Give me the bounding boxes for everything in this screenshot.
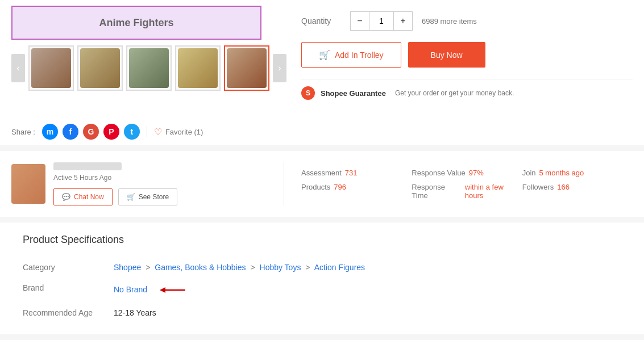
seller-info: Active 5 Hours Ago 💬 Chat Now 🛒 See Stor… <box>11 162 284 205</box>
add-trolley-label: Add In Trolley <box>335 51 384 60</box>
quantity-decrease-btn[interactable]: − <box>351 12 369 30</box>
no-brand-link[interactable]: No Brand <box>114 285 147 294</box>
brand-label: Brand <box>23 283 114 292</box>
seller-stats: Assessment 731 Response Value 97% Join 5… <box>301 169 633 200</box>
thumbnails-row: ‹ › <box>11 45 290 91</box>
red-arrow-svg <box>160 283 188 297</box>
response-time-value: within a few hours <box>465 183 522 200</box>
buy-now-label: Buy Now <box>431 51 463 60</box>
more-items-text: 6989 more items <box>422 17 477 26</box>
svg-marker-1 <box>160 287 165 293</box>
quantity-input[interactable] <box>369 12 394 30</box>
red-arrow-indicator <box>155 283 188 297</box>
see-store-button[interactable]: 🛒 See Store <box>118 188 177 205</box>
response-value-label: Response Value <box>412 169 465 177</box>
breadcrumb-action-figures[interactable]: Action Figures <box>314 263 365 272</box>
thumbnail-5[interactable] <box>224 45 269 91</box>
avatar-image <box>11 164 45 204</box>
pinterest-share-btn[interactable]: P <box>103 124 119 140</box>
quantity-row: Quantity − + 6989 more items <box>301 11 633 31</box>
followers-value: 166 <box>557 183 570 191</box>
breadcrumb-hobby-toys[interactable]: Hobby Toys <box>260 263 301 272</box>
twitter-share-btn[interactable]: t <box>124 124 140 140</box>
seller-section: Active 5 Hours Ago 💬 Chat Now 🛒 See Stor… <box>0 151 644 217</box>
stat-join: Join 5 months ago <box>522 169 633 177</box>
chat-btn-label: Chat Now <box>74 193 104 201</box>
messenger-share-btn[interactable]: m <box>42 124 58 140</box>
thumbnail-1[interactable] <box>28 45 74 91</box>
thumbnail-4[interactable] <box>175 45 221 91</box>
recommended-age-value: 12-18 Years <box>114 308 621 317</box>
seller-buttons: 💬 Chat Now 🛒 See Store <box>53 188 267 205</box>
action-buttons: 🛒 Add In Trolley Buy Now <box>301 42 633 68</box>
chat-icon: 💬 <box>62 193 70 201</box>
join-value: 5 months ago <box>539 169 584 177</box>
join-label: Join <box>522 169 536 177</box>
seller-active-status: Active 5 Hours Ago <box>53 174 267 182</box>
share-divider <box>147 126 147 137</box>
products-label: Products <box>301 183 330 191</box>
specs-title: Product Specifications <box>23 234 621 246</box>
guarantee-description: Get your order or get your money back. <box>395 89 514 97</box>
assessment-label: Assessment <box>301 169 342 177</box>
quantity-label: Quantity <box>301 16 341 26</box>
chat-now-button[interactable]: 💬 Chat Now <box>53 188 113 205</box>
google-share-btn[interactable]: G <box>83 124 99 140</box>
thumb-next-btn[interactable]: › <box>273 54 286 82</box>
stat-response-time: Response Time within a few hours <box>412 183 522 200</box>
cart-icon: 🛒 <box>319 49 330 60</box>
specs-section: Product Specifications Category Shopee >… <box>0 223 644 334</box>
recommended-age-label: Recommended Age <box>23 308 114 317</box>
category-label: Category <box>23 263 114 272</box>
breadcrumb-sep-2: > <box>250 263 255 272</box>
response-time-label: Response Time <box>412 183 462 200</box>
social-icons: m f G P t <box>42 124 140 140</box>
quantity-controls: − + <box>350 11 413 31</box>
spec-row-age: Recommended Age 12-18 Years <box>23 303 621 323</box>
spec-row-brand: Brand No Brand <box>23 278 621 303</box>
main-image: Anime Fighters <box>11 6 261 40</box>
products-value: 796 <box>334 183 346 191</box>
seller-avatar <box>11 164 45 204</box>
thumb-prev-btn[interactable]: ‹ <box>11 54 25 82</box>
guarantee-icon: S <box>301 86 315 100</box>
store-btn-label: See Store <box>139 193 169 201</box>
main-image-title: Anime Fighters <box>99 17 173 29</box>
specs-table: Category Shopee > Games, Books & Hobbies… <box>23 257 621 323</box>
page-wrapper: Anime Fighters ‹ › Quantity − + <box>0 0 644 340</box>
stat-followers: Followers 166 <box>522 183 633 200</box>
breadcrumb-games[interactable]: Games, Books & Hobbies <box>155 263 246 272</box>
seller-details: Active 5 Hours Ago 💬 Chat Now 🛒 See Stor… <box>53 162 267 205</box>
stat-products: Products 796 <box>301 183 412 200</box>
facebook-share-btn[interactable]: f <box>63 124 78 140</box>
response-value-value: 97% <box>469 169 484 177</box>
brand-value: No Brand <box>114 283 621 297</box>
product-right: Quantity − + 6989 more items 🛒 Add In Tr… <box>301 6 633 107</box>
share-row: Share : m f G P t ♡ Favorite (1) <box>0 118 644 145</box>
spec-row-category: Category Shopee > Games, Books & Hobbies… <box>23 257 621 278</box>
followers-label: Followers <box>522 183 554 191</box>
stat-assessment: Assessment 731 <box>301 169 412 177</box>
assessment-value: 731 <box>345 169 358 177</box>
stat-response-value: Response Value 97% <box>412 169 522 177</box>
product-top-section: Anime Fighters ‹ › Quantity − + <box>0 0 644 118</box>
shopee-guarantee: S Shopee Guarantee Get your order or get… <box>301 79 633 107</box>
seller-name-blurred <box>53 162 122 170</box>
store-icon: 🛒 <box>127 193 135 201</box>
product-images: Anime Fighters ‹ › <box>11 6 290 107</box>
add-trolley-button[interactable]: 🛒 Add In Trolley <box>301 42 401 68</box>
category-value: Shopee > Games, Books & Hobbies > Hobby … <box>114 263 621 272</box>
thumbnail-2[interactable] <box>77 45 123 91</box>
favorite-button[interactable]: ♡ Favorite (1) <box>154 127 203 137</box>
share-label: Share : <box>11 128 35 136</box>
thumbnail-3[interactable] <box>126 45 172 91</box>
guarantee-label: Shopee Guarantee <box>321 89 386 98</box>
buy-now-button[interactable]: Buy Now <box>408 42 485 68</box>
breadcrumb-shopee[interactable]: Shopee <box>114 263 141 272</box>
breadcrumb-sep-1: > <box>146 263 150 272</box>
heart-icon: ♡ <box>154 127 162 137</box>
quantity-increase-btn[interactable]: + <box>394 12 412 30</box>
favorite-label: Favorite (1) <box>165 128 203 136</box>
breadcrumb-sep-3: > <box>305 263 310 272</box>
